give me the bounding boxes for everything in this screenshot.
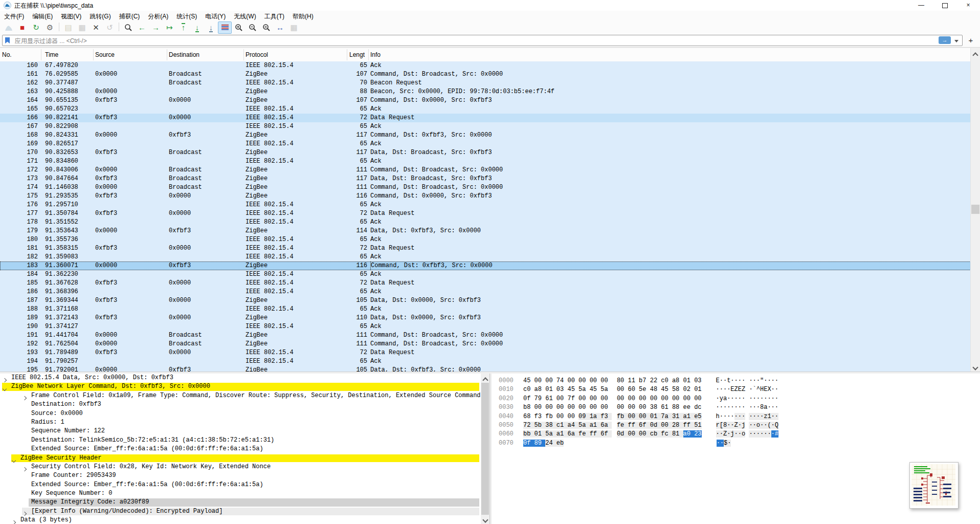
ascii-char[interactable]: · bbox=[749, 386, 752, 393]
column-separator[interactable] bbox=[41, 49, 41, 60]
column-header-lengt[interactable]: Lengt bbox=[349, 51, 365, 58]
ascii-char[interactable]: · bbox=[734, 430, 738, 438]
detail-tree-item-1[interactable]: ZigBee Network Layer Command, Dst: 0xfbf… bbox=[0, 382, 481, 391]
menu-item-4[interactable]: 捕获(C) bbox=[115, 11, 144, 21]
apply-filter-arrow-icon[interactable]: → bbox=[939, 36, 951, 44]
hex-byte[interactable]: 28 bbox=[672, 422, 683, 429]
ascii-char[interactable]: r bbox=[716, 422, 720, 429]
menu-item-7[interactable]: 电话(Y) bbox=[201, 11, 230, 21]
menu-item-10[interactable]: 帮助(H) bbox=[288, 11, 318, 21]
detail-tree-item-2[interactable]: Frame Control Field: 0x1a09, Frame Type:… bbox=[0, 391, 481, 400]
filter-bookmark-icon[interactable] bbox=[5, 37, 10, 43]
hex-byte[interactable]: 5a bbox=[600, 386, 612, 393]
ascii-char[interactable]: o bbox=[756, 422, 760, 429]
menu-item-9[interactable]: 工具(T) bbox=[260, 11, 288, 21]
hex-byte[interactable]: fb bbox=[545, 413, 556, 420]
ascii-char[interactable]: · bbox=[738, 377, 742, 384]
packet-row-165[interactable]: 16590.657023IEEE 802.15.465Ack bbox=[0, 105, 971, 114]
hex-byte[interactable]: a8 bbox=[672, 377, 683, 384]
hex-byte[interactable]: 00 bbox=[617, 404, 628, 411]
ascii-char[interactable]: · bbox=[734, 404, 738, 411]
ascii-char[interactable]: · bbox=[749, 404, 752, 411]
packet-list-scroll-thumb[interactable] bbox=[971, 205, 979, 214]
go-back-icon[interactable]: ← bbox=[135, 21, 149, 34]
hex-byte[interactable]: 00 bbox=[694, 395, 701, 402]
detail-scroll-thumb[interactable] bbox=[481, 383, 489, 515]
hex-byte[interactable]: c0 bbox=[523, 386, 534, 393]
hex-byte[interactable]: 5b bbox=[534, 422, 546, 429]
hex-byte[interactable]: 60 bbox=[628, 386, 639, 393]
reload-icon[interactable]: ↺ bbox=[103, 21, 117, 34]
ascii-char[interactable]: · bbox=[716, 395, 720, 402]
hex-byte[interactable]: 0f bbox=[523, 395, 534, 402]
detail-scroll-up-icon[interactable] bbox=[481, 375, 489, 383]
stop-capture-icon[interactable]: ■ bbox=[15, 21, 29, 34]
ascii-char[interactable]: · bbox=[716, 430, 720, 438]
hex-byte[interactable]: 00 bbox=[661, 422, 672, 429]
ascii-char[interactable]: · bbox=[767, 430, 771, 438]
zoom-out-icon[interactable] bbox=[246, 21, 259, 34]
capture-options-icon[interactable]: ⚙ bbox=[43, 21, 57, 34]
hex-byte[interactable]: b8 bbox=[523, 404, 534, 411]
ascii-char[interactable]: Z bbox=[734, 422, 738, 429]
hex-byte[interactable]: a4 bbox=[567, 422, 578, 429]
packet-row-175[interactable]: 17591.2935350xfbf30x0000ZigBee116Command… bbox=[0, 192, 971, 201]
packet-row-170[interactable]: 17090.8326530xfbf3BroadcastZigBee117Data… bbox=[0, 148, 971, 157]
hex-byte[interactable]: 00 bbox=[534, 377, 546, 384]
ascii-char[interactable]: Z bbox=[734, 386, 738, 393]
close-file-icon[interactable]: ✕ bbox=[89, 21, 103, 34]
hex-byte[interactable]: fb bbox=[617, 413, 628, 420]
hex-byte[interactable]: a8 bbox=[534, 386, 546, 393]
hex-byte[interactable]: 11 bbox=[628, 377, 639, 384]
hex-byte[interactable]: 00 bbox=[567, 413, 578, 420]
hex-byte[interactable]: 6a bbox=[567, 430, 578, 438]
ascii-char[interactable]: [ bbox=[720, 422, 723, 429]
hex-row-0050[interactable]: 005072 5b 38 c1 a4 5a a1 6a fe ff 6f 0d … bbox=[499, 421, 980, 430]
hex-row-0020[interactable]: 00200f 79 61 00 7f 00 00 00 00 00 00 00 … bbox=[499, 395, 980, 403]
hex-byte[interactable]: ff bbox=[683, 422, 695, 429]
detail-tree-item-7[interactable]: Destination: TelinkSemico_5b:72:e5:a1:31… bbox=[0, 436, 481, 445]
detail-tree-item-16[interactable]: Data (3 bytes) bbox=[0, 516, 481, 524]
ascii-char[interactable]: · bbox=[771, 422, 775, 429]
close-icon[interactable]: × bbox=[956, 0, 980, 11]
schematic-preview-window[interactable] bbox=[909, 462, 959, 509]
hex-row-0070[interactable]: 00700f 89 24 eb··$· bbox=[499, 439, 980, 448]
hex-byte[interactable]: ee bbox=[683, 404, 695, 411]
ascii-char[interactable]: · bbox=[767, 377, 771, 384]
ascii-char[interactable]: · bbox=[720, 440, 724, 447]
zoom-in-icon[interactable] bbox=[232, 21, 246, 34]
detail-tree-item-0[interactable]: IEEE 802.15.4 Data, Src: 0x0000, Dst: 0x… bbox=[0, 374, 481, 382]
go-to-packet-icon[interactable]: ↦ bbox=[163, 21, 176, 34]
menu-item-3[interactable]: 跳转(G) bbox=[85, 11, 115, 21]
packet-row-190[interactable]: 19091.374127IEEE 802.15.465Ack bbox=[0, 322, 971, 331]
hex-byte[interactable]: 03 bbox=[694, 377, 701, 384]
hex-byte[interactable]: 31 bbox=[672, 413, 683, 420]
packet-row-178[interactable]: 17891.351552IEEE 802.15.465Ack bbox=[0, 218, 971, 227]
ascii-char[interactable]: ` bbox=[753, 386, 756, 393]
hex-byte[interactable]: dc bbox=[694, 404, 701, 411]
ascii-char[interactable]: · bbox=[716, 386, 720, 393]
hex-byte[interactable]: 0d bbox=[617, 430, 628, 438]
hex-byte[interactable]: 03 bbox=[556, 386, 568, 393]
packet-row-161[interactable]: 16176.0295850x0000BroadcastZigBee107Comm… bbox=[0, 70, 971, 79]
hex-byte[interactable]: 1a bbox=[590, 413, 601, 420]
column-separator[interactable] bbox=[347, 49, 347, 60]
hex-byte[interactable]: c0 bbox=[661, 377, 672, 384]
hex-byte[interactable]: 00 bbox=[639, 413, 650, 420]
ascii-char[interactable]: · bbox=[738, 413, 742, 420]
ascii-char[interactable]: · bbox=[775, 404, 778, 411]
detail-tree-item-11[interactable]: Frame Counter: 29053439 bbox=[0, 471, 481, 480]
hex-byte[interactable]: 00 bbox=[545, 404, 556, 411]
packet-row-183[interactable]: 18391.3600710x00000xfbf3ZigBee116Command… bbox=[0, 261, 971, 270]
hex-byte[interactable]: 5a bbox=[578, 386, 590, 393]
hex-byte[interactable]: e5 bbox=[694, 413, 701, 420]
column-header-no[interactable]: No. bbox=[2, 51, 12, 58]
ascii-char[interactable]: ( bbox=[767, 422, 771, 429]
ascii-char[interactable]: · bbox=[734, 395, 738, 402]
menu-item-2[interactable]: 视图(V) bbox=[57, 11, 85, 21]
hex-byte[interactable]: 00 bbox=[556, 413, 568, 420]
hex-byte[interactable]: 01 bbox=[683, 377, 695, 384]
packet-row-176[interactable]: 17691.295710IEEE 802.15.465Ack bbox=[0, 201, 971, 209]
ascii-char[interactable]: · bbox=[738, 430, 742, 438]
go-first-packet-icon[interactable]: ↑ bbox=[176, 21, 190, 34]
